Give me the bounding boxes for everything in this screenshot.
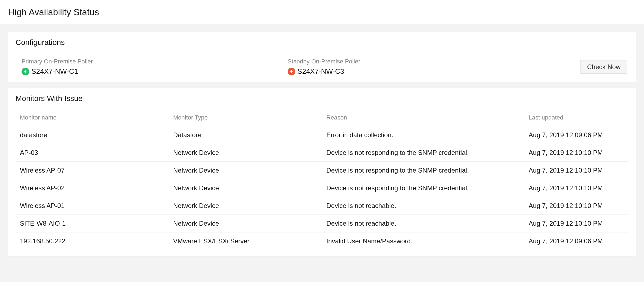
check-now-container: Check Now [580,60,627,74]
status-up-icon [22,68,29,75]
monitors-title: Monitors With Issue [16,94,628,108]
configurations-title: Configurations [16,38,628,52]
primary-poller-label: Primary On-Premise Poller [22,58,288,65]
primary-poller-name: S24X7-NW-C1 [31,67,78,76]
cell-reason: Device is not responding to the SNMP cre… [322,179,524,197]
cell-type: Network Device [169,144,322,162]
standby-poller-block: Standby On-Premise Poller S24X7-NW-C3 [288,58,580,76]
cell-name: SITE-W8-AIO-1 [16,215,169,232]
cell-last: Aug 7, 2019 12:10:10 PM [524,197,628,215]
cell-last: Aug 7, 2019 12:10:10 PM [524,215,628,232]
table-row[interactable]: datastoreDatastoreError in data collecti… [16,126,628,144]
cell-type: Network Device [169,197,322,215]
cell-name: Wireless AP-07 [16,162,169,179]
cell-name: Wireless AP-02 [16,179,169,197]
cell-type: Network Device [169,215,322,232]
check-now-button[interactable]: Check Now [580,60,627,74]
table-header-row: Monitor name Monitor Type Reason Last up… [16,109,628,126]
cell-reason: Device is not responding to the SNMP cre… [322,144,524,162]
primary-poller-block: Primary On-Premise Poller S24X7-NW-C1 [22,58,288,76]
cell-last: Aug 7, 2019 12:10:10 PM [524,144,628,162]
col-header-type[interactable]: Monitor Type [169,109,322,126]
standby-poller-name: S24X7-NW-C3 [297,67,344,76]
cell-last: Aug 7, 2019 12:09:06 PM [524,232,628,250]
table-row[interactable]: Wireless AP-01Network DeviceDevice is no… [16,197,628,215]
monitors-table: Monitor name Monitor Type Reason Last up… [16,109,628,250]
cell-reason: Error in data collection. [322,126,524,144]
table-row[interactable]: 192.168.50.222VMware ESX/ESXi ServerInva… [16,232,628,250]
cell-last: Aug 7, 2019 12:10:10 PM [524,179,628,197]
standby-poller-value-line: S24X7-NW-C3 [288,67,580,76]
cell-type: VMware ESX/ESXi Server [169,232,322,250]
page-title: High Availability Status [8,7,636,17]
status-down-icon [288,68,295,75]
page-content: Configurations Primary On-Premise Poller… [0,24,644,270]
cell-type: Network Device [169,179,322,197]
table-row[interactable]: Wireless AP-07Network DeviceDevice is no… [16,162,628,179]
standby-poller-label: Standby On-Premise Poller [288,58,580,65]
monitors-card: Monitors With Issue Monitor name Monitor… [8,88,636,256]
cell-type: Datastore [169,126,322,144]
cell-reason: Device is not reachable. [322,215,524,232]
primary-poller-value-line: S24X7-NW-C1 [22,67,288,76]
table-row[interactable]: SITE-W8-AIO-1Network DeviceDevice is not… [16,215,628,232]
cell-reason: Device is not responding to the SNMP cre… [322,162,524,179]
cell-name: datastore [16,126,169,144]
configurations-card: Configurations Primary On-Premise Poller… [8,32,636,82]
table-row[interactable]: AP-03Network DeviceDevice is not respond… [16,144,628,162]
table-row[interactable]: Wireless AP-02Network DeviceDevice is no… [16,179,628,197]
cell-name: Wireless AP-01 [16,197,169,215]
cell-reason: Device is not reachable. [322,197,524,215]
cell-last: Aug 7, 2019 12:09:06 PM [524,126,628,144]
cell-reason: Invalid User Name/Password. [322,232,524,250]
cell-name: AP-03 [16,144,169,162]
col-header-reason[interactable]: Reason [322,109,524,126]
col-header-last[interactable]: Last updated [524,109,628,126]
cell-type: Network Device [169,162,322,179]
cell-name: 192.168.50.222 [16,232,169,250]
configurations-row: Primary On-Premise Poller S24X7-NW-C1 St… [16,52,628,76]
page-header: High Availability Status [0,0,644,24]
cell-last: Aug 7, 2019 12:10:10 PM [524,162,628,179]
col-header-name[interactable]: Monitor name [16,109,169,126]
